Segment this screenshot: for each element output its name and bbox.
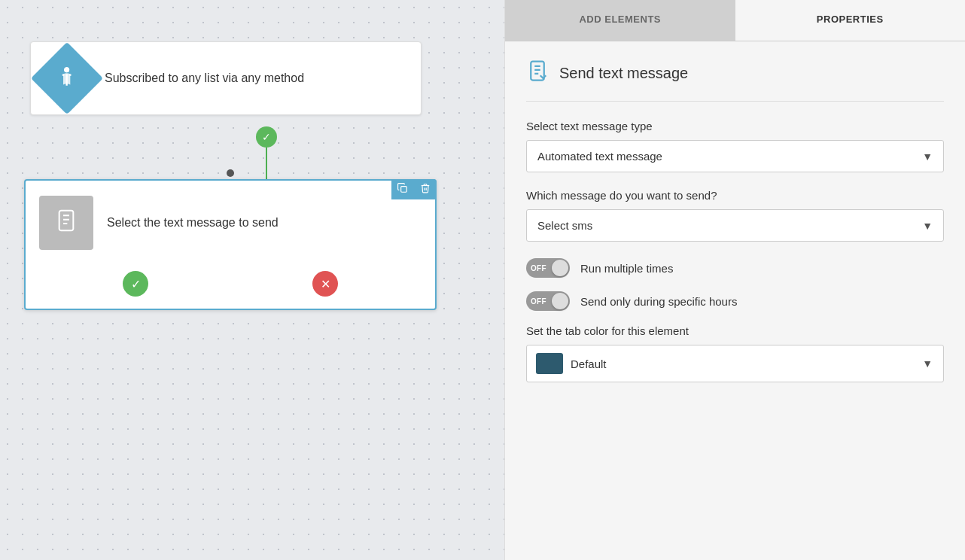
tab-color-label: Set the tab color for this element [526,324,944,337]
specific-hours-toggle[interactable]: OFF [526,291,570,311]
right-panel: ADD ELEMENTS PROPERTIES Send text messag… [504,0,965,560]
section-title: Send text message [559,65,688,82]
action-node-body: Select the text message to send [26,181,435,265]
run-multiple-desc: Run multiple times [580,262,673,275]
trigger-icon [31,42,103,114]
run-multiple-toggle[interactable]: OFF [526,258,570,278]
node-toolbar [391,179,437,199]
message-type-select[interactable]: Automated text message Manual text messa… [527,141,943,172]
tab-color-value: Default [571,358,607,370]
tab-color-group: Set the tab color for this element Defau… [526,324,944,382]
message-type-label: Select text message type [526,120,944,132]
action-node-footer: ✓ ✕ [26,265,435,309]
trigger-node[interactable]: Subscribed to any list via any method [30,41,422,115]
svg-rect-2 [59,210,74,230]
trigger-check-icon: ✓ [256,126,277,148]
message-type-group: Select text message type Automated text … [526,120,944,172]
tab-add-elements[interactable]: ADD ELEMENTS [505,0,735,41]
which-message-label: Which message do you want to send? [526,189,944,202]
panel-content: Send text message Select text message ty… [505,41,965,560]
node-connector-dot [227,169,234,177]
section-header: Send text message [526,59,944,102]
action-text: Select the text message to send [107,216,279,230]
panel-tabs: ADD ELEMENTS PROPERTIES [505,0,965,41]
specific-hours-row: OFF Send only during specific hours [526,291,944,311]
node-delete-button[interactable] [414,179,437,199]
canvas-area: Subscribed to any list via any method ✓ [0,0,504,560]
specific-hours-desc: Send only during specific hours [580,295,737,308]
action-confirm-button[interactable]: ✓ [123,271,148,297]
run-multiple-toggle-label: OFF [531,264,546,272]
run-multiple-row: OFF Run multiple times [526,258,944,278]
tab-properties[interactable]: PROPERTIES [735,0,966,41]
message-type-select-wrapper[interactable]: Automated text message Manual text messa… [526,140,944,172]
specific-hours-toggle-knob [552,293,568,309]
specific-hours-toggle-label: OFF [531,297,546,306]
action-cancel-button[interactable]: ✕ [312,271,338,297]
action-icon-box [39,196,93,250]
svg-rect-1 [401,187,407,193]
tab-color-select-wrapper[interactable]: Default ▼ [526,345,944,382]
node-copy-button[interactable] [391,179,414,199]
tab-color-swatch [536,353,563,374]
run-multiple-toggle-knob [552,260,568,276]
which-message-select-wrapper[interactable]: Select sms ▼ [526,209,944,242]
send-sms-icon [526,59,549,87]
trigger-text: Subscribed to any list via any method [105,72,304,85]
action-node[interactable]: Select the text message to send ✓ ✕ [24,179,437,310]
which-message-select[interactable]: Select sms [527,210,943,241]
which-message-group: Which message do you want to send? Selec… [526,189,944,242]
